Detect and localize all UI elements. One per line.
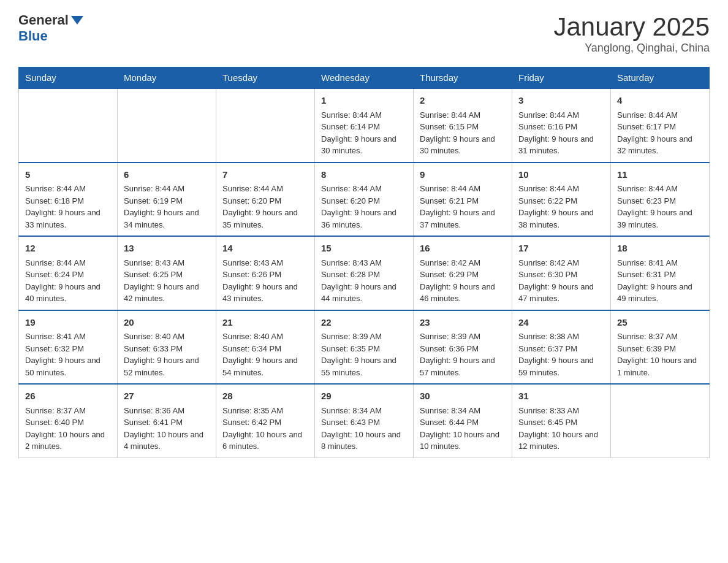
day-info: Sunrise: 8:44 AM [25,257,111,269]
day-info: Daylight: 9 hours and 43 minutes. [222,281,308,305]
day-info: Sunrise: 8:44 AM [420,109,506,121]
day-info: Sunrise: 8:34 AM [420,405,506,417]
day-info: Sunrise: 8:42 AM [518,257,604,269]
day-info: Sunrise: 8:35 AM [222,405,308,417]
day-info: Sunset: 6:30 PM [518,269,604,281]
day-info: Sunset: 6:25 PM [124,269,210,281]
day-info: Sunrise: 8:33 AM [518,405,604,417]
day-info: Sunset: 6:33 PM [124,343,210,355]
day-info: Sunset: 6:26 PM [222,269,308,281]
day-info: Sunrise: 8:44 AM [518,109,604,121]
day-number: 14 [222,242,308,256]
calendar-cell: 8Sunrise: 8:44 AMSunset: 6:20 PMDaylight… [315,163,414,237]
day-info: Sunrise: 8:44 AM [321,183,407,195]
day-info: Daylight: 9 hours and 44 minutes. [321,281,407,305]
day-info: Daylight: 9 hours and 55 minutes. [321,354,407,378]
calendar-week-row: 1Sunrise: 8:44 AMSunset: 6:14 PMDaylight… [19,88,710,163]
calendar-cell: 10Sunrise: 8:44 AMSunset: 6:22 PMDayligh… [512,163,611,237]
logo-text: General [18,12,83,28]
day-info: Sunrise: 8:39 AM [420,331,506,343]
day-info: Sunrise: 8:44 AM [617,183,703,195]
day-info: Sunset: 6:23 PM [617,195,703,207]
day-number: 3 [518,94,604,108]
logo-general: General [18,12,69,28]
day-number: 22 [321,316,407,330]
day-info: Sunrise: 8:37 AM [25,405,111,417]
day-info: Sunset: 6:29 PM [420,269,506,281]
calendar-cell: 2Sunrise: 8:44 AMSunset: 6:15 PMDaylight… [414,88,512,163]
day-number: 9 [420,168,506,182]
day-number: 20 [124,316,210,330]
day-info: Sunrise: 8:44 AM [124,183,210,195]
day-info: Sunrise: 8:41 AM [25,331,111,343]
calendar-cell [611,384,710,458]
calendar-cell: 30Sunrise: 8:34 AMSunset: 6:44 PMDayligh… [414,384,512,458]
day-number: 5 [25,168,111,182]
calendar-table: SundayMondayTuesdayWednesdayThursdayFrid… [18,67,710,458]
day-info: Sunrise: 8:44 AM [25,183,111,195]
day-info: Sunset: 6:20 PM [321,195,407,207]
day-number: 7 [222,168,308,182]
day-number: 25 [617,316,703,330]
calendar-cell: 27Sunrise: 8:36 AMSunset: 6:41 PMDayligh… [118,384,216,458]
day-info: Daylight: 9 hours and 57 minutes. [420,354,506,378]
day-info: Daylight: 9 hours and 30 minutes. [321,133,407,157]
calendar-cell: 28Sunrise: 8:35 AMSunset: 6:42 PMDayligh… [216,384,315,458]
day-info: Daylight: 9 hours and 34 minutes. [124,207,210,231]
calendar-cell: 17Sunrise: 8:42 AMSunset: 6:30 PMDayligh… [512,236,611,310]
day-info: Sunrise: 8:44 AM [420,183,506,195]
day-info: Daylight: 9 hours and 35 minutes. [222,207,308,231]
calendar-cell: 25Sunrise: 8:37 AMSunset: 6:39 PMDayligh… [611,310,710,385]
calendar-cell [19,88,118,163]
calendar-cell: 5Sunrise: 8:44 AMSunset: 6:18 PMDaylight… [19,163,118,237]
day-number: 19 [25,316,111,330]
calendar-cell: 13Sunrise: 8:43 AMSunset: 6:25 PMDayligh… [118,236,216,310]
calendar-header-row: SundayMondayTuesdayWednesdayThursdayFrid… [19,67,710,89]
calendar-cell: 3Sunrise: 8:44 AMSunset: 6:16 PMDaylight… [512,88,611,163]
calendar-cell: 4Sunrise: 8:44 AMSunset: 6:17 PMDaylight… [611,88,710,163]
day-number: 4 [617,94,703,108]
logo-triangle-icon [71,16,83,25]
day-info: Sunrise: 8:43 AM [222,257,308,269]
calendar-cell: 9Sunrise: 8:44 AMSunset: 6:21 PMDaylight… [414,163,512,237]
day-info: Sunset: 6:22 PM [518,195,604,207]
day-info: Sunset: 6:41 PM [124,416,210,429]
day-info: Sunrise: 8:37 AM [617,331,703,343]
calendar-cell: 20Sunrise: 8:40 AMSunset: 6:33 PMDayligh… [118,310,216,385]
day-info: Daylight: 9 hours and 47 minutes. [518,281,604,305]
day-number: 18 [617,242,703,256]
calendar-cell: 21Sunrise: 8:40 AMSunset: 6:34 PMDayligh… [216,310,315,385]
calendar-cell: 24Sunrise: 8:38 AMSunset: 6:37 PMDayligh… [512,310,611,385]
day-info: Sunrise: 8:44 AM [518,183,604,195]
location-title: Yanglong, Qinghai, China [553,42,710,55]
day-number: 12 [25,242,111,256]
day-info: Sunset: 6:16 PM [518,121,604,133]
day-info: Sunset: 6:42 PM [222,416,308,429]
calendar-cell: 7Sunrise: 8:44 AMSunset: 6:20 PMDaylight… [216,163,315,237]
day-number: 28 [222,389,308,404]
day-info: Daylight: 10 hours and 4 minutes. [124,429,210,453]
calendar-cell: 19Sunrise: 8:41 AMSunset: 6:32 PMDayligh… [19,310,118,385]
calendar-cell: 12Sunrise: 8:44 AMSunset: 6:24 PMDayligh… [19,236,118,310]
day-info: Sunrise: 8:34 AM [321,405,407,417]
day-number: 8 [321,168,407,182]
day-info: Daylight: 9 hours and 32 minutes. [617,133,703,157]
day-info: Sunrise: 8:41 AM [617,257,703,269]
weekday-header: Friday [512,67,611,89]
calendar-cell [216,88,315,163]
day-info: Sunset: 6:19 PM [124,195,210,207]
day-info: Sunrise: 8:38 AM [518,331,604,343]
day-info: Sunrise: 8:40 AM [222,331,308,343]
calendar-cell: 15Sunrise: 8:43 AMSunset: 6:28 PMDayligh… [315,236,414,310]
day-number: 30 [420,389,506,404]
day-number: 21 [222,316,308,330]
calendar-cell: 22Sunrise: 8:39 AMSunset: 6:35 PMDayligh… [315,310,414,385]
day-info: Daylight: 9 hours and 42 minutes. [124,281,210,305]
day-info: Sunset: 6:15 PM [420,121,506,133]
day-info: Sunrise: 8:43 AM [124,257,210,269]
calendar-cell: 26Sunrise: 8:37 AMSunset: 6:40 PMDayligh… [19,384,118,458]
day-info: Sunset: 6:44 PM [420,416,506,429]
day-number: 1 [321,94,407,108]
day-number: 10 [518,168,604,182]
day-info: Sunset: 6:43 PM [321,416,407,429]
